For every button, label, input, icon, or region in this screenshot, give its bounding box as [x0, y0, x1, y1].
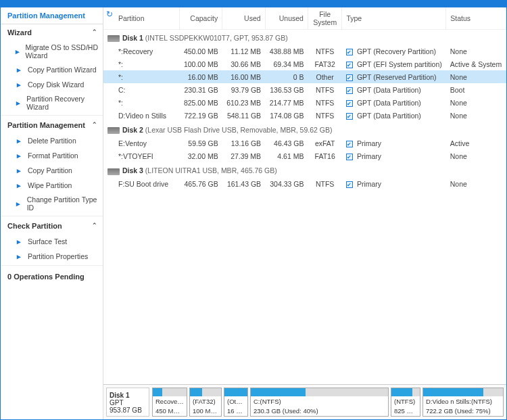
partition-row[interactable]: *:100.00 MB30.66 MB69.34 MBFAT32✔GPT (EF… [103, 57, 506, 70]
disk-map-segment[interactable]: (FAT32)100 MB (Used: 31%) [189, 388, 222, 417]
col-filesystem[interactable]: File System [308, 7, 341, 30]
section-check-partition[interactable]: Check Partition⌃ [1, 218, 103, 234]
partition-unused: 304.33 GB [265, 178, 308, 191]
partition-row[interactable]: C:230.31 GB93.79 GB136.53 GBNTFS✔GPT (Da… [103, 83, 506, 96]
sidebar-item[interactable]: ▸Delete Partition [1, 133, 103, 148]
tab-partition-management[interactable]: Partition Management [1, 7, 103, 24]
section-partition-management[interactable]: Partition Management⌃ [1, 117, 103, 133]
partition-fs: exFAT [308, 137, 341, 149]
sidebar-item[interactable]: ▸Copy Disk Wizard [1, 77, 103, 92]
sidebar-item[interactable]: ▸Wipe Partition [1, 178, 103, 193]
partition-row[interactable]: *:Recovery450.00 MB11.12 MB438.88 MBNTFS… [103, 45, 506, 57]
sidebar-item[interactable]: ▸Partition Recovery Wizard [1, 92, 103, 114]
partition-fs: NTFS [308, 178, 341, 191]
col-type[interactable]: Type [342, 7, 446, 30]
partition-capacity: 59.59 GB [179, 137, 222, 149]
partition-capacity: 230.31 GB [179, 83, 222, 96]
partition-row[interactable]: *:VTOYEFI32.00 MB27.39 MB4.61 MBFAT16✔Pr… [103, 149, 506, 162]
sidebar-item-label: Partition Recovery Wizard [26, 95, 99, 111]
surface-icon: ▸ [14, 237, 24, 246]
disk-map-info[interactable]: Disk 1 GPT 953.87 GB [106, 388, 149, 417]
partition-unused: 0 B [265, 70, 308, 83]
disk-map-segment[interactable]: (Other)16 MB [224, 388, 248, 417]
partition-capacity: 825.00 MB [179, 96, 222, 109]
sidebar-item-label: Copy Disk Wizard [28, 80, 84, 89]
disk-row[interactable]: Disk 3 (LITEON UITRA1 USB, MBR, 465.76 G… [103, 162, 506, 177]
partition-name: D:Video n Stills [103, 109, 179, 122]
partition-type: ✔Primary [342, 137, 446, 149]
sidebar-item-label: Migrate OS to SSD/HD Wizard [26, 43, 99, 60]
partition-status: None [446, 178, 506, 191]
sidebar-item-label: Wipe Partition [28, 181, 72, 189]
checkbox-icon: ✔ [346, 74, 353, 81]
col-capacity[interactable]: Capacity [179, 7, 222, 30]
checkbox-icon: ✔ [346, 62, 353, 68]
disk-row[interactable]: Disk 2 (Lexar USB Flash Drive USB, Remov… [103, 122, 506, 137]
checkbox-icon: ✔ [346, 141, 353, 147]
partition-capacity: 16.00 MB [179, 70, 222, 83]
disk-map-segment[interactable]: (NTFS)825 MB (Used: 74%) [391, 388, 420, 417]
col-status[interactable]: Status [446, 7, 506, 30]
partition-used: 161.43 GB [222, 178, 265, 191]
partition-capacity: 722.19 GB [179, 109, 222, 122]
delete-icon: ▸ [14, 136, 24, 145]
sidebar-item[interactable]: ▸Migrate OS to SSD/HD Wizard [1, 41, 103, 62]
partition-used: 30.66 MB [222, 57, 265, 70]
partition-type: ✔Primary [342, 178, 446, 191]
checkbox-icon: ✔ [346, 49, 353, 55]
wipe-icon: ▸ [14, 181, 24, 190]
refresh-icon[interactable]: ↻ [106, 9, 113, 19]
disk-map-segment[interactable]: Recovery(NTFS)450 MB (Used: 2%) [152, 388, 187, 417]
checkbox-icon: ✔ [346, 154, 353, 160]
partition-status: Boot [446, 83, 506, 96]
partition-row[interactable]: *:825.00 MB610.23 MB214.77 MBNTFS✔GPT (D… [103, 96, 506, 109]
col-unused[interactable]: Unused [265, 7, 308, 30]
partition-status: None [446, 109, 506, 122]
partition-used: 610.23 MB [222, 96, 265, 109]
partition-type: ✔GPT (Recovery Partition) [342, 45, 446, 57]
partition-used: 16.00 MB [222, 70, 265, 83]
col-used[interactable]: Used [222, 7, 265, 30]
disk-map-segment[interactable]: C:(NTFS)230.3 GB (Used: 40%) [250, 388, 389, 417]
sidebar-item[interactable]: ▸Format Partition [1, 148, 103, 163]
partition-name: *:Recovery [103, 45, 179, 57]
partition-name: F:SU Boot drive [103, 178, 179, 191]
partition-row[interactable]: *:16.00 MB16.00 MB0 BOther✔GPT (Reserved… [103, 70, 506, 83]
partition-unused: 438.88 MB [265, 45, 308, 57]
chevron-up-icon: ⌃ [92, 222, 97, 229]
partition-fs: NTFS [308, 96, 341, 109]
sidebar-item[interactable]: ▸Copy Partition Wizard [1, 62, 103, 77]
partition-table: Partition Capacity Used Unused File Syst… [103, 7, 506, 191]
partition-capacity: 32.00 MB [179, 149, 222, 162]
change-id-icon: ▸ [14, 199, 23, 208]
partition-unused: 136.53 GB [265, 83, 308, 96]
sidebar-item-label: Format Partition [28, 151, 78, 160]
disk-map-segment[interactable]: D:Video n Stills:(NTFS)722.2 GB (Used: 7… [422, 388, 504, 417]
section-wizard[interactable]: Wizard⌃ [1, 24, 103, 41]
partition-type: ✔GPT (Data Partition) [342, 96, 446, 109]
partition-capacity: 465.76 GB [179, 178, 222, 191]
partition-used: 27.39 MB [222, 149, 265, 162]
col-partition[interactable]: Partition [103, 7, 179, 30]
partition-row[interactable]: F:SU Boot drive465.76 GB161.43 GB304.33 … [103, 178, 506, 191]
disk-row[interactable]: Disk 1 (INTEL SSDPEKKW010T7, GPT, 953.87… [103, 30, 506, 45]
partition-name: C: [103, 83, 179, 96]
checkbox-icon: ✔ [346, 181, 353, 188]
sidebar-item[interactable]: ▸Surface Test [1, 234, 103, 249]
partition-unused: 46.43 GB [265, 137, 308, 149]
table-header-row: Partition Capacity Used Unused File Syst… [103, 7, 506, 30]
partition-status: Active [446, 137, 506, 149]
partition-row[interactable]: E:Ventoy59.59 GB13.16 GB46.43 GBexFAT✔Pr… [103, 137, 506, 149]
sidebar-item-label: Change Partition Type ID [27, 195, 99, 212]
partition-unused: 174.08 GB [265, 109, 308, 122]
partition-row[interactable]: D:Video n Stills722.19 GB548.11 GB174.08… [103, 109, 506, 122]
partition-name: *: [103, 57, 179, 70]
partition-name: *: [103, 70, 179, 83]
sidebar-item[interactable]: ▸Copy Partition [1, 163, 103, 178]
sidebar-item[interactable]: ▸Change Partition Type ID [1, 193, 103, 214]
partition-type: ✔GPT (EFI System partition) [342, 57, 446, 70]
partition-name: E:Ventoy [103, 137, 179, 149]
sidebar-item[interactable]: ▸Partition Properties [1, 249, 103, 264]
migrate-icon: ▸ [14, 47, 22, 56]
partition-capacity: 100.00 MB [179, 57, 222, 70]
